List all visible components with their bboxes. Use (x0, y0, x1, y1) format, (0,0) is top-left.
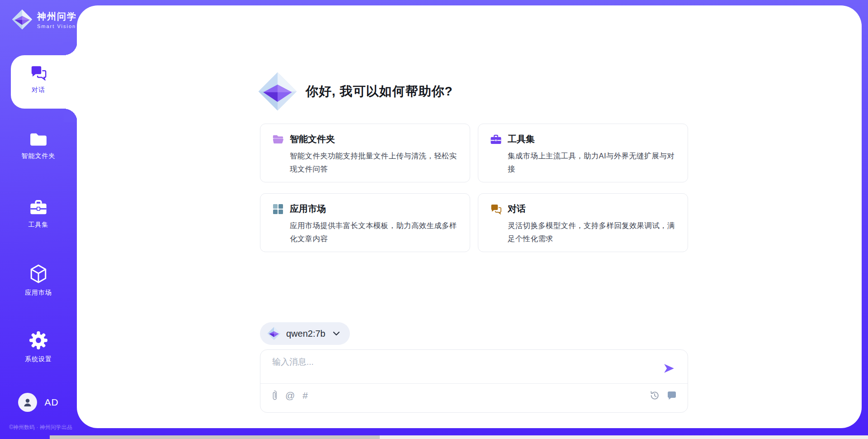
brand-text: 神州问学 Smart Vision (37, 10, 77, 29)
sidebar-item-chat[interactable]: 对话 (0, 65, 77, 94)
sidebar-item-label: 对话 (32, 86, 45, 94)
card-title: 对话 (508, 203, 526, 215)
model-logo-icon (267, 327, 281, 340)
composer-divider (260, 383, 688, 384)
brand-logo-icon (12, 9, 33, 30)
assistant-logo-icon (258, 72, 297, 111)
toolbox-icon (29, 199, 47, 215)
copyright-text: ©神州数码 · 神州问学出品 (0, 424, 81, 431)
paperclip-icon (271, 390, 278, 401)
hashtag-icon: # (302, 390, 308, 401)
greeting-text: 你好, 我可以如何帮助你? (306, 83, 453, 100)
active-tab-curve-bottom (64, 109, 77, 122)
feature-card-toolbox[interactable]: 工具集 集成市场上主流工具，助力AI与外界无缝扩展与对接 (478, 124, 688, 182)
composer-tools-left: @ # (271, 389, 308, 402)
feature-card-chat[interactable]: 对话 灵活切换多模型文件，支持多样回复效果调试，满足个性化需求 (478, 193, 688, 252)
history-button[interactable] (650, 389, 660, 402)
feature-card-smart-folder[interactable]: 智能文件夹 智能文件夹功能支持批量文件上传与清洗，轻松实现文件问答 (260, 124, 470, 182)
send-button[interactable] (662, 363, 676, 375)
card-title: 工具集 (508, 133, 535, 145)
chat-bubble-icon (667, 391, 677, 400)
card-title: 应用市场 (290, 203, 326, 215)
chevron-down-icon (333, 331, 340, 336)
sidebar-item-smart-folder[interactable]: 智能文件夹 (0, 132, 77, 160)
folder-icon (29, 132, 47, 147)
folder-icon (272, 134, 284, 145)
model-selector[interactable]: qwen2:7b (260, 322, 350, 345)
mention-icon: @ (285, 390, 295, 401)
toolbox-icon (490, 134, 502, 145)
sidebar-item-toolbox[interactable]: 工具集 (0, 199, 77, 229)
mention-button[interactable]: @ (285, 389, 295, 402)
chat-icon (30, 65, 47, 81)
user-menu[interactable]: AD (0, 393, 77, 412)
attachment-button[interactable] (271, 389, 278, 402)
gear-icon (29, 331, 48, 350)
card-description: 应用市场提供丰富长文本模板，助力高效生成多样化文章内容 (290, 219, 458, 245)
cube-icon (30, 264, 47, 283)
message-input[interactable] (272, 356, 656, 382)
main-panel: 你好, 我可以如何帮助你? 智能文件夹 智能文件夹功能支持批量文件上传与清洗，轻… (77, 5, 862, 428)
message-composer: @ # (260, 349, 688, 413)
send-icon (663, 363, 675, 374)
model-name: qwen2:7b (286, 329, 326, 339)
app-window: 神州问学 Smart Vision 对话 智能文件夹 工具集 应用市场 (0, 0, 868, 439)
brand: 神州问学 Smart Vision (12, 9, 77, 30)
card-description: 灵活切换多模型文件，支持多样回复效果调试，满足个性化需求 (508, 219, 676, 245)
composer-tools-right (650, 389, 677, 402)
brand-name: 神州问学 (37, 10, 77, 23)
card-description: 集成市场上主流工具，助力AI与外界无缝扩展与对接 (508, 149, 676, 176)
sidebar-item-label: 智能文件夹 (22, 152, 56, 160)
person-icon (22, 397, 33, 408)
sidebar-item-label: 工具集 (28, 221, 49, 229)
feature-card-app-market[interactable]: 应用市场 应用市场提供丰富长文本模板，助力高效生成多样化文章内容 (260, 193, 470, 252)
greeting: 你好, 我可以如何帮助你? (258, 68, 453, 115)
active-tab-curve-top (64, 42, 77, 55)
history-icon (650, 391, 660, 401)
sidebar-item-settings[interactable]: 系统设置 (0, 331, 77, 363)
sidebar-item-label: 应用市场 (25, 289, 52, 297)
card-title: 智能文件夹 (290, 133, 335, 145)
feedback-button[interactable] (667, 389, 677, 402)
card-description: 智能文件夹功能支持批量文件上传与清洗，轻松实现文件问答 (290, 149, 458, 176)
brand-subtitle: Smart Vision (37, 24, 77, 29)
sidebar-item-app-market[interactable]: 应用市场 (0, 264, 77, 297)
grid-icon (272, 204, 284, 215)
horizontal-scrollbar-thumb[interactable] (50, 435, 380, 439)
sidebar-item-label: 系统设置 (25, 355, 52, 363)
avatar (18, 393, 37, 412)
chat-icon (490, 204, 502, 215)
user-name: AD (44, 397, 58, 408)
horizontal-scrollbar-track[interactable] (50, 435, 868, 439)
hashtag-button[interactable]: # (302, 389, 308, 402)
